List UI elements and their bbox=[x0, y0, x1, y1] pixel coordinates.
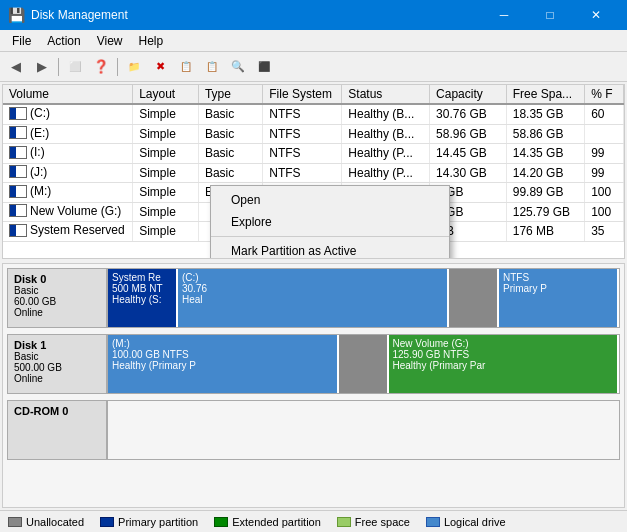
forward-button[interactable]: ▶ bbox=[30, 56, 54, 78]
title-bar-left: 💾 Disk Management bbox=[8, 7, 128, 23]
partition-text: New Volume (G:) bbox=[393, 338, 614, 349]
cell-pct: 99 bbox=[585, 144, 624, 164]
disk-name: Disk 1 bbox=[14, 339, 100, 351]
disk-name: CD-ROM 0 bbox=[14, 405, 100, 417]
context-menu-item[interactable]: Open bbox=[211, 189, 449, 211]
table-row[interactable]: (E:) Simple Basic NTFS Healthy (B... 58.… bbox=[3, 124, 624, 144]
partition[interactable]: System Re500 MB NTHealthy (S: bbox=[108, 269, 178, 327]
cell-volume: (C:) bbox=[3, 104, 133, 124]
title-bar: 💾 Disk Management ─ □ ✕ bbox=[0, 0, 627, 30]
cell-pct: 35 bbox=[585, 222, 624, 242]
partition[interactable]: NTFSPrimary P bbox=[499, 269, 619, 327]
menu-help[interactable]: Help bbox=[131, 32, 172, 49]
col-volume[interactable]: Volume bbox=[3, 85, 133, 104]
cell-volume: (J:) bbox=[3, 163, 133, 183]
partition-text: Primary P bbox=[503, 283, 613, 294]
legend-box-free bbox=[337, 517, 351, 527]
delete-button[interactable]: ✖ bbox=[148, 56, 172, 78]
title-buttons: ─ □ ✕ bbox=[481, 0, 619, 30]
toolbar-btn-7[interactable]: 📋 bbox=[174, 56, 198, 78]
toolbar-btn-10[interactable]: ⬛ bbox=[252, 56, 276, 78]
table-row[interactable]: (C:) Simple Basic NTFS Healthy (B... 30.… bbox=[3, 104, 624, 124]
close-button[interactable]: ✕ bbox=[573, 0, 619, 30]
cell-fs: NTFS bbox=[263, 124, 342, 144]
legend-label-primary: Primary partition bbox=[118, 516, 198, 528]
context-menu-item[interactable]: Mark Partition as Active bbox=[211, 240, 449, 259]
partition[interactable]: New Volume (G:)125.90 GB NTFSHealthy (Pr… bbox=[389, 335, 620, 393]
menu-file[interactable]: File bbox=[4, 32, 39, 49]
col-pct[interactable]: % F bbox=[585, 85, 624, 104]
cell-pct bbox=[585, 124, 624, 144]
disk-status: Online bbox=[14, 373, 100, 384]
disk-partitions: System Re500 MB NTHealthy (S:(C:)30.76He… bbox=[107, 268, 620, 328]
col-capacity[interactable]: Capacity bbox=[430, 85, 507, 104]
cell-fs: NTFS bbox=[263, 163, 342, 183]
cell-layout: Simple bbox=[133, 202, 199, 222]
disk-label: CD-ROM 0 bbox=[7, 400, 107, 460]
volume-table-area: Volume Layout Type File System Status Ca… bbox=[2, 84, 625, 259]
menu-action[interactable]: Action bbox=[39, 32, 88, 49]
legend-logical: Logical drive bbox=[426, 516, 506, 528]
toolbar-btn-3[interactable]: ⬜ bbox=[63, 56, 87, 78]
disk-size: 500.00 GB bbox=[14, 362, 100, 373]
cell-free: 18.35 GB bbox=[506, 104, 584, 124]
partition[interactable] bbox=[449, 269, 499, 327]
table-row[interactable]: (I:) Simple Basic NTFS Healthy (P... 14.… bbox=[3, 144, 624, 164]
disk-type: Basic bbox=[14, 285, 100, 296]
partition-text: 125.90 GB NTFS bbox=[393, 349, 614, 360]
disk-label: Disk 1 Basic 500.00 GB Online bbox=[7, 334, 107, 394]
cell-type: Basic bbox=[198, 144, 262, 164]
col-layout[interactable]: Layout bbox=[133, 85, 199, 104]
cell-free: 58.86 GB bbox=[506, 124, 584, 144]
disk-type: Basic bbox=[14, 351, 100, 362]
col-filesystem[interactable]: File System bbox=[263, 85, 342, 104]
toolbar-sep-2 bbox=[117, 58, 118, 76]
partition[interactable]: (M:)100.00 GB NTFSHealthy (Primary P bbox=[108, 335, 339, 393]
help-button[interactable]: ❓ bbox=[89, 56, 113, 78]
context-menu: OpenExploreMark Partition as ActiveChang… bbox=[210, 185, 450, 259]
search-button[interactable]: 🔍 bbox=[226, 56, 250, 78]
partition-text: 500 MB NT bbox=[112, 283, 172, 294]
cell-layout: Simple bbox=[133, 124, 199, 144]
cell-status: Healthy (P... bbox=[342, 144, 430, 164]
disk-label: Disk 0 Basic 60.00 GB Online bbox=[7, 268, 107, 328]
minimize-button[interactable]: ─ bbox=[481, 0, 527, 30]
toolbar-btn-5[interactable]: 📁 bbox=[122, 56, 146, 78]
cell-fs: NTFS bbox=[263, 104, 342, 124]
legend-label-free: Free space bbox=[355, 516, 410, 528]
cell-fs: NTFS bbox=[263, 144, 342, 164]
toolbar-sep-1 bbox=[58, 58, 59, 76]
menu-bar: File Action View Help bbox=[0, 30, 627, 52]
partition[interactable]: (C:)30.76Heal bbox=[178, 269, 449, 327]
partition-text: System Re bbox=[112, 272, 172, 283]
table-row[interactable]: (J:) Simple Basic NTFS Healthy (P... 14.… bbox=[3, 163, 624, 183]
status-bar: Unallocated Primary partition Extended p… bbox=[0, 510, 627, 532]
col-status[interactable]: Status bbox=[342, 85, 430, 104]
col-freespace[interactable]: Free Spa... bbox=[506, 85, 584, 104]
maximize-button[interactable]: □ bbox=[527, 0, 573, 30]
legend-box-extended bbox=[214, 517, 228, 527]
cell-free: 176 MB bbox=[506, 222, 584, 242]
legend-box-primary bbox=[100, 517, 114, 527]
cell-pct: 60 bbox=[585, 104, 624, 124]
menu-view[interactable]: View bbox=[89, 32, 131, 49]
cell-capacity: 14.45 GB bbox=[430, 144, 507, 164]
window-title: Disk Management bbox=[31, 8, 128, 22]
partition-text: (M:) bbox=[112, 338, 333, 349]
cell-status: Healthy (B... bbox=[342, 104, 430, 124]
disk-name: Disk 0 bbox=[14, 273, 100, 285]
legend-primary: Primary partition bbox=[100, 516, 198, 528]
col-type[interactable]: Type bbox=[198, 85, 262, 104]
disk-row: Disk 0 Basic 60.00 GB OnlineSystem Re500… bbox=[7, 268, 620, 328]
partition-text: NTFS bbox=[503, 272, 613, 283]
toolbar-btn-8[interactable]: 📋 bbox=[200, 56, 224, 78]
toolbar: ◀ ▶ ⬜ ❓ 📁 ✖ 📋 📋 🔍 ⬛ bbox=[0, 52, 627, 82]
cell-status: Healthy (P... bbox=[342, 163, 430, 183]
context-menu-item[interactable]: Explore bbox=[211, 211, 449, 233]
legend-label-extended: Extended partition bbox=[232, 516, 321, 528]
partition-text: Healthy (Primary Par bbox=[393, 360, 614, 371]
back-button[interactable]: ◀ bbox=[4, 56, 28, 78]
cell-layout: Simple bbox=[133, 183, 199, 203]
partition[interactable] bbox=[339, 335, 389, 393]
legend-label-unallocated: Unallocated bbox=[26, 516, 84, 528]
